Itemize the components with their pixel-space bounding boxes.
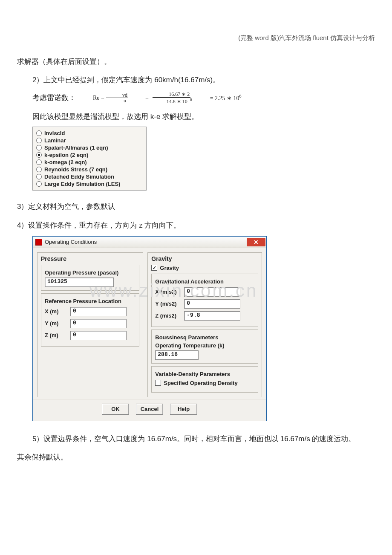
paragraph-default: 其余保持默认。 [17,449,375,465]
ref-x-input[interactable]: 0 [70,307,127,316]
cancel-button[interactable]: Cancel [136,404,163,415]
gravity-group: Gravity Gravity Gravitational Accelerati… [147,252,262,397]
radio-k-epsilon[interactable]: k-epsilon (2 eqn) [36,151,143,159]
ref-y-input[interactable]: 0 [70,319,127,328]
operating-pressure-subgroup: Operating Pressure (pascal) 101325 [41,265,139,291]
grav-y-label: Y (m/s2) [155,301,182,307]
spec-density-row[interactable]: Specified Operating Density [155,380,254,386]
operating-conditions-dialog: Operating Conditions ✕ Pressure Operatin… [32,236,267,421]
radio-icon [36,159,42,165]
dialog-title: Operating Conditions [45,239,97,245]
op-temp-label: Operating Temperature (k) [155,342,254,349]
paragraph-material: 3）定义材料为空气，参数默认 [17,198,375,215]
grav-z-input[interactable]: -9.8 [184,311,240,321]
radio-les[interactable]: Large Eddy Simulation (LES) [36,180,143,188]
viscous-model-radio-group: Inviscid Laminar Spalart-Allmaras (1 eqn… [32,127,147,191]
paragraph-solver: 求解器（具体在后面设置）。 [17,53,375,70]
app-icon [35,239,42,246]
reynolds-math: Re = vd υ = 16.67 ∗ 2 14.8 ∗ 10- 6 = 2.2… [78,92,242,104]
reynolds-formula: 考虑雷诺数： Re = vd υ = 16.67 ∗ 2 14.8 ∗ 10- … [17,92,375,104]
radio-inviscid[interactable]: Inviscid [36,130,143,137]
radio-k-omega[interactable]: k-omega (2 eqn) [36,159,143,166]
radio-spalart-allmaras[interactable]: Spalart-Allmaras (1 eqn) [36,144,143,151]
ref-z-input[interactable]: 0 [70,331,127,340]
operating-pressure-label: Operating Pressure (pascal) [45,269,135,276]
gravity-title: Gravity [151,255,258,262]
ref-pressure-location-label: Reference Pressure Location [45,298,135,304]
grav-accel-label: Gravitational Acceleration [155,278,254,285]
radio-icon [36,174,42,179]
ref-z-label: Z (m) [45,332,68,338]
grav-accel-subgroup: Gravitational Acceleration X (m/s2) 0 Y … [151,274,258,327]
boussinesq-subgroup: Boussinesq Parameters Operating Temperat… [151,330,258,364]
page-header: (完整 word 版)汽车外流场 fluent 仿真设计与分析 [17,34,375,42]
variable-density-subgroup: Variable-Density Parameters Specified Op… [151,366,258,393]
ref-y-label: Y (m) [45,320,68,327]
radio-detached-eddy[interactable]: Detached Eddy Simulation [36,173,143,180]
close-icon[interactable]: ✕ [247,238,265,246]
radio-label: Inviscid [44,130,65,136]
operating-pressure-input[interactable]: 101325 [45,278,114,287]
pressure-title: Pressure [41,255,139,262]
radio-icon [36,167,42,172]
radio-icon [36,130,42,136]
spec-density-label: Specified Operating Density [164,380,237,386]
radio-label: Laminar [44,137,66,144]
radio-label: Spalart-Allmaras (1 eqn) [44,145,108,151]
pressure-group: Pressure Operating Pressure (pascal) 101… [37,252,143,397]
dialog-button-row: OK Cancel Help [33,399,266,421]
radio-reynolds-stress[interactable]: Reynolds Stress (7 eqn) [36,166,143,173]
radio-label: Detached Eddy Simulation [44,173,114,180]
ref-x-label: X (m) [45,308,68,315]
grav-x-input[interactable]: 0 [184,287,240,297]
radio-icon [36,181,42,187]
radio-label: Large Eddy Simulation (LES) [44,181,120,187]
paragraph-operating: 4）设置操作条件，重力存在，方向为 z 方向向下。 [17,217,375,234]
gravity-checkbox-row[interactable]: Gravity [151,265,258,271]
reynolds-label: 考虑雷诺数： [17,92,76,104]
radio-icon [36,152,42,158]
boussinesq-label: Boussinesq Parameters [155,334,254,341]
grav-z-label: Z (m/s2) [155,312,182,319]
radio-icon [36,138,42,143]
gravity-checkbox[interactable] [151,265,157,271]
radio-icon [36,145,42,150]
paragraph-boundary: 5）设置边界条件，空气入口速度为 16.67m/s。同时，相对车而言，地面也以 … [17,431,375,447]
gravity-checkbox-label: Gravity [160,265,179,271]
ok-button[interactable]: OK [102,404,129,415]
radio-label: k-epsilon (2 eqn) [44,152,88,158]
paragraph-turbulence: 因此该模型显然是湍流模型，故选用 k-e 求解模型。 [17,108,375,125]
radio-laminar[interactable]: Laminar [36,137,143,144]
grav-y-input[interactable]: 0 [184,299,240,309]
op-temp-input[interactable]: 288.16 [155,350,199,360]
spec-density-checkbox[interactable] [155,380,161,386]
variable-density-label: Variable-Density Parameters [155,371,254,377]
radio-label: Reynolds Stress (7 eqn) [44,166,107,173]
help-button[interactable]: Help [170,404,197,415]
grav-x-label: X (m/s2) [155,289,182,295]
dialog-titlebar: Operating Conditions ✕ [33,237,266,248]
paragraph-speed: 2）上文中已经提到，假定汽车速度为 60km/h(16.67m/s)。 [17,72,375,88]
radio-label: k-omega (2 eqn) [44,159,87,165]
ref-pressure-location-subgroup: Reference Pressure Location X (m) 0 Y (m… [41,293,139,347]
